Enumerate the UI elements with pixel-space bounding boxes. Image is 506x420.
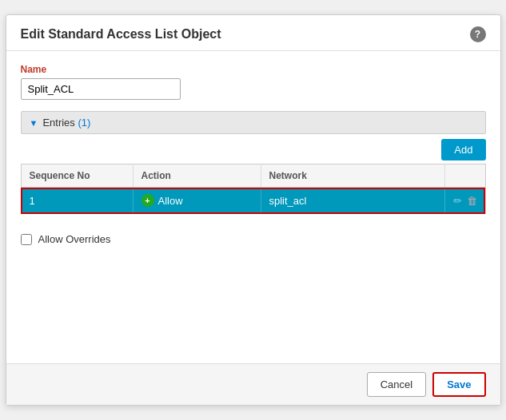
acl-table: Sequence No Action Network 1 + Allow (21, 164, 486, 214)
allow-overrides-section: Allow Overrides (21, 233, 486, 245)
name-input[interactable] (21, 78, 181, 100)
action-label: Allow (158, 195, 183, 207)
entries-header: ▼ Entries (1) (21, 111, 486, 134)
dialog-container: Edit Standard Access List Object ? Name … (6, 14, 501, 406)
entries-section: ▼ Entries (1) Add Sequence No Action Net… (21, 111, 486, 214)
dialog-footer: Cancel Save (6, 363, 500, 405)
table-header: Sequence No Action Network (21, 164, 485, 188)
table-body: 1 + Allow split_acl ✏ 🗑 (21, 188, 485, 214)
entries-count: (1) (78, 117, 90, 129)
entries-label: Entries (42, 117, 74, 129)
allow-overrides-label: Allow Overrides (38, 233, 111, 245)
dialog-body: Name ▼ Entries (1) Add Sequence No Actio… (6, 51, 500, 258)
cell-row-actions: ✏ 🗑 (444, 188, 485, 214)
cell-seq: 1 (21, 188, 133, 214)
col-header-action: Action (133, 164, 261, 188)
action-cell: + Allow (141, 194, 253, 207)
cell-network: split_acl (261, 188, 444, 214)
edit-icon[interactable]: ✏ (453, 195, 462, 207)
col-header-actions (444, 164, 485, 188)
table-row[interactable]: 1 + Allow split_acl ✏ 🗑 (21, 188, 485, 214)
collapse-arrow-icon: ▼ (30, 118, 38, 128)
dialog-title: Edit Standard Access List Object (21, 27, 221, 42)
add-button[interactable]: Add (441, 139, 485, 160)
help-icon[interactable]: ? (470, 26, 486, 42)
col-header-network: Network (261, 164, 444, 188)
row-actions: ✏ 🗑 (453, 195, 477, 207)
dialog-header: Edit Standard Access List Object ? (6, 15, 500, 51)
save-button[interactable]: Save (432, 372, 485, 397)
col-header-seq: Sequence No (21, 164, 133, 188)
table-toolbar: Add (21, 134, 486, 164)
allow-icon: + (141, 194, 154, 207)
allow-overrides-checkbox[interactable] (21, 234, 32, 245)
name-label: Name (21, 64, 486, 75)
cell-action: + Allow (133, 188, 261, 214)
cancel-button[interactable]: Cancel (367, 372, 426, 397)
delete-icon[interactable]: 🗑 (467, 195, 477, 207)
